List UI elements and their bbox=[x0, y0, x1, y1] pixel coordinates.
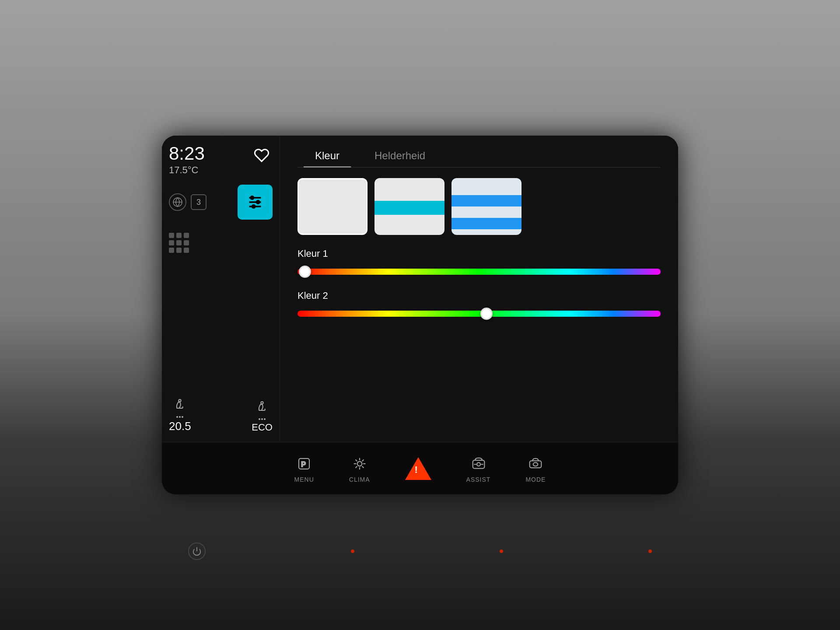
grid-dot bbox=[184, 240, 189, 245]
grid-dot bbox=[169, 240, 174, 245]
nav-menu-label: MENU bbox=[294, 476, 314, 483]
sidebar: 8:23 17.5°C bbox=[162, 136, 280, 442]
apps-grid[interactable] bbox=[169, 233, 273, 253]
parking-icon: P bbox=[294, 454, 314, 473]
hazard-icon[interactable] bbox=[405, 455, 431, 482]
main-content: Kleur Helderheid Kleur 1 bbox=[280, 136, 678, 442]
svg-point-26 bbox=[533, 462, 538, 466]
kleur1-thumb[interactable] bbox=[299, 266, 311, 278]
kleur1-slider-container[interactable] bbox=[298, 266, 661, 278]
svg-line-20 bbox=[362, 459, 364, 461]
grid-dot bbox=[169, 233, 174, 238]
seat-temp-left: 20.5 bbox=[169, 420, 191, 433]
grid-dot bbox=[184, 248, 189, 253]
kleur2-thumb[interactable] bbox=[480, 308, 493, 320]
climate-controls: 20.5 bbox=[169, 398, 273, 433]
bottom-nav: P MENU bbox=[162, 442, 678, 494]
grid-dot bbox=[176, 240, 182, 245]
time-temp-section: 8:23 17.5°C bbox=[169, 144, 205, 176]
car-background: 8:23 17.5°C bbox=[0, 0, 840, 630]
svg-point-7 bbox=[252, 205, 255, 208]
globe-icon[interactable] bbox=[169, 193, 186, 211]
kleur2-track bbox=[298, 311, 661, 317]
nav-hazard[interactable] bbox=[405, 455, 431, 482]
kleur2-label: Kleur 2 bbox=[298, 290, 661, 301]
time-display: 8:23 bbox=[169, 144, 205, 163]
seat-icon-left bbox=[173, 398, 187, 413]
preset-blue-stripe[interactable] bbox=[452, 178, 522, 235]
nav-mode[interactable]: MODE bbox=[525, 454, 546, 483]
preset-white[interactable] bbox=[298, 178, 368, 235]
svg-point-5 bbox=[251, 196, 254, 200]
nav-mode-label: MODE bbox=[525, 476, 546, 483]
connectivity-row: 3 bbox=[169, 185, 273, 220]
svg-text:P: P bbox=[301, 460, 306, 468]
grid-dot bbox=[169, 248, 174, 253]
grid-dot bbox=[176, 233, 182, 238]
fan-level-badge: 3 bbox=[191, 194, 206, 210]
svg-point-9 bbox=[261, 402, 263, 404]
kleur2-section: Kleur 2 bbox=[298, 290, 661, 320]
indicator-dot-left bbox=[351, 550, 354, 553]
kleur1-label: Kleur 1 bbox=[298, 248, 661, 259]
seat-heat-right[interactable]: ECO bbox=[252, 400, 273, 433]
color-presets bbox=[298, 178, 661, 235]
seat-temp-right: ECO bbox=[252, 422, 273, 433]
grid-dot bbox=[184, 233, 189, 238]
clima-icon bbox=[350, 454, 369, 473]
sidebar-top: 8:23 17.5°C bbox=[169, 144, 273, 176]
nav-menu[interactable]: P MENU bbox=[294, 454, 314, 483]
grid-dot bbox=[176, 248, 182, 253]
active-settings-tile[interactable] bbox=[238, 185, 273, 220]
seat-heat-dots-left bbox=[176, 416, 183, 418]
svg-point-8 bbox=[179, 399, 181, 402]
nav-clima-label: CLIMA bbox=[349, 476, 370, 483]
favorite-button[interactable] bbox=[251, 144, 273, 166]
tabs-row: Kleur Helderheid bbox=[298, 144, 661, 168]
mode-icon bbox=[526, 454, 545, 473]
kleur1-section: Kleur 1 bbox=[298, 248, 661, 278]
power-button[interactable] bbox=[188, 542, 206, 560]
tab-helderheid[interactable]: Helderheid bbox=[357, 144, 443, 167]
indicator-dot-right bbox=[648, 550, 652, 553]
seat-icon-right bbox=[255, 400, 269, 416]
indicator-dot-center bbox=[500, 550, 503, 553]
nav-assist[interactable]: ASSIST bbox=[466, 454, 491, 483]
hazard-triangle bbox=[405, 457, 431, 480]
svg-point-12 bbox=[357, 461, 362, 466]
svg-point-6 bbox=[256, 201, 259, 204]
physical-controls-area bbox=[162, 542, 678, 560]
screen-inner: 8:23 17.5°C bbox=[162, 136, 678, 442]
seat-heat-left[interactable]: 20.5 bbox=[169, 398, 191, 433]
preset-cyan[interactable] bbox=[374, 178, 444, 235]
kleur1-track bbox=[298, 269, 661, 275]
seat-heat-dots-right bbox=[259, 418, 266, 420]
svg-line-18 bbox=[362, 466, 364, 468]
assist-icon bbox=[469, 454, 488, 473]
temp-display: 17.5°C bbox=[169, 164, 205, 176]
svg-rect-25 bbox=[530, 461, 542, 468]
tab-kleur[interactable]: Kleur bbox=[298, 144, 357, 167]
nav-assist-label: ASSIST bbox=[466, 476, 491, 483]
nav-clima[interactable]: CLIMA bbox=[349, 454, 370, 483]
svg-line-19 bbox=[355, 466, 357, 468]
kleur2-slider-container[interactable] bbox=[298, 308, 661, 320]
svg-point-22 bbox=[477, 462, 480, 466]
svg-line-17 bbox=[355, 459, 357, 461]
screen-container: 8:23 17.5°C bbox=[162, 136, 678, 494]
